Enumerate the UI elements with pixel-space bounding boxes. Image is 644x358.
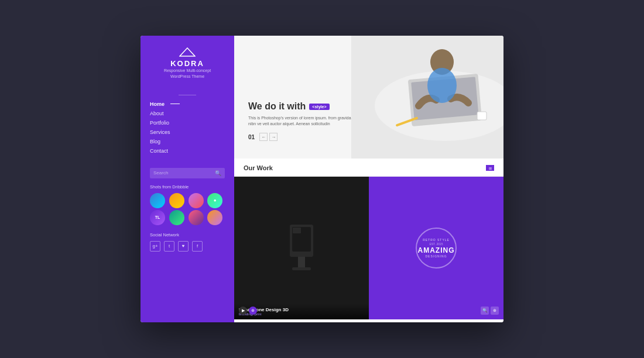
headphone-illustration [278, 219, 325, 277]
overlay-icons-1: ▶ ⊕ [239, 307, 257, 315]
counter-arrows: ← → [259, 133, 278, 141]
amazing-badge: RETRO STYLE EST. 2015 AMAZING DESIGNING [410, 222, 463, 274]
logo-subtitle: Responsive Multi-concept WordPress Theme [150, 68, 225, 80]
link-icon-2[interactable]: ⊕ [491, 307, 499, 315]
social-icons: g+ t ♥ f [150, 241, 225, 252]
sidebar-search-section: 🔍 Shots from Dribbble ● TL Social Networ… [150, 168, 225, 252]
svg-point-6 [427, 68, 457, 103]
shot-3[interactable] [189, 193, 204, 208]
nav-item-contact[interactable]: Contact [150, 148, 225, 154]
hero-headline: We do it with <style> [248, 101, 354, 112]
hero-counter: 01 ← → [248, 133, 354, 141]
hero-description: This is Photoshop's version of lorem ips… [248, 115, 354, 127]
svg-rect-11 [298, 257, 305, 268]
dribbble-label: Shots from Dribbble [150, 184, 225, 190]
logo-title: KODRA [150, 59, 225, 68]
nav-item-services[interactable]: Services [150, 129, 225, 135]
shot-7[interactable] [189, 210, 204, 225]
zoom-icon[interactable]: 🔍 [481, 307, 489, 315]
hero-badge: <style> [309, 104, 329, 110]
nav-item-portfolio[interactable]: Portfolio [150, 120, 225, 126]
sidebar-divider [179, 95, 196, 95]
search-icon[interactable]: 🔍 [215, 170, 221, 176]
shot-8[interactable] [207, 210, 222, 225]
shot-5[interactable]: TL [150, 210, 165, 225]
item-2-actions: 🔍 ⊕ [481, 307, 499, 315]
main-content: We do it with <style> This is Photoshop'… [234, 36, 503, 322]
next-arrow[interactable]: → [269, 133, 278, 141]
facebook-icon[interactable]: f [192, 241, 203, 252]
portfolio-grid: Headphone Design 3D branding, print ▶ ⊕ … [234, 177, 503, 319]
portfolio-item-1-tags: branding, print [239, 312, 364, 316]
social-label: Social Network [150, 232, 225, 237]
pinterest-icon[interactable]: ♥ [178, 241, 189, 252]
counter-number: 01 [248, 134, 255, 140]
shot-2[interactable] [169, 193, 184, 208]
badge-retro-text: RETRO STYLE [423, 238, 450, 242]
link-icon[interactable]: ⊕ [249, 307, 257, 315]
badge-ring: RETRO STYLE EST. 2015 AMAZING DESIGNING [416, 228, 457, 268]
browser-frame: KODRA Responsive Multi-concept WordPress… [141, 36, 503, 322]
twitter-icon[interactable]: t [164, 241, 174, 252]
portfolio-header: Our Work ⊞ [234, 159, 503, 177]
logo-icon [179, 47, 196, 57]
portfolio-item-1-title: Headphone Design 3D [239, 307, 364, 312]
prev-arrow[interactable]: ← [259, 133, 268, 141]
shot-6[interactable] [169, 210, 184, 225]
hero-illustration [351, 36, 503, 159]
badge-amazing-text: AMAZING [418, 246, 455, 254]
badge-designing-text: DESIGNING [425, 254, 447, 258]
nav-item-about[interactable]: About [150, 111, 225, 116]
google-plus-icon[interactable]: g+ [150, 241, 160, 252]
nav-item-home[interactable]: Home [150, 101, 225, 107]
portfolio-title: Our Work [244, 164, 273, 171]
grid-toggle: ⊞ [486, 165, 494, 171]
sidebar: KODRA Responsive Multi-concept WordPress… [141, 36, 234, 322]
nav-item-blog[interactable]: Blog [150, 139, 225, 144]
svg-marker-0 [180, 48, 195, 56]
badge-est-text: EST. 2015 [429, 242, 443, 246]
shot-4[interactable]: ● [207, 193, 222, 208]
portfolio-item-1: Headphone Design 3D branding, print ▶ ⊕ [234, 177, 369, 319]
svg-rect-7 [477, 112, 487, 120]
logo-area: KODRA Responsive Multi-concept WordPress… [150, 47, 225, 80]
hero-text-area: We do it with <style> This is Photoshop'… [248, 101, 354, 141]
shot-1[interactable] [150, 193, 165, 208]
search-input[interactable] [153, 170, 215, 175]
portfolio-section: Our Work ⊞ [234, 159, 503, 322]
search-box[interactable]: 🔍 [150, 168, 225, 178]
hero-section: We do it with <style> This is Photoshop'… [234, 36, 503, 159]
portfolio-item-2: RETRO STYLE EST. 2015 AMAZING DESIGNING … [369, 177, 503, 319]
svg-rect-12 [292, 267, 311, 270]
grid-view-button[interactable]: ⊞ [486, 165, 494, 171]
dribbble-shots: ● TL [150, 193, 225, 225]
play-icon[interactable]: ▶ [239, 307, 247, 315]
nav-menu: Home About Portfolio Services Blog Conta… [150, 101, 225, 163]
svg-rect-13 [293, 228, 301, 233]
